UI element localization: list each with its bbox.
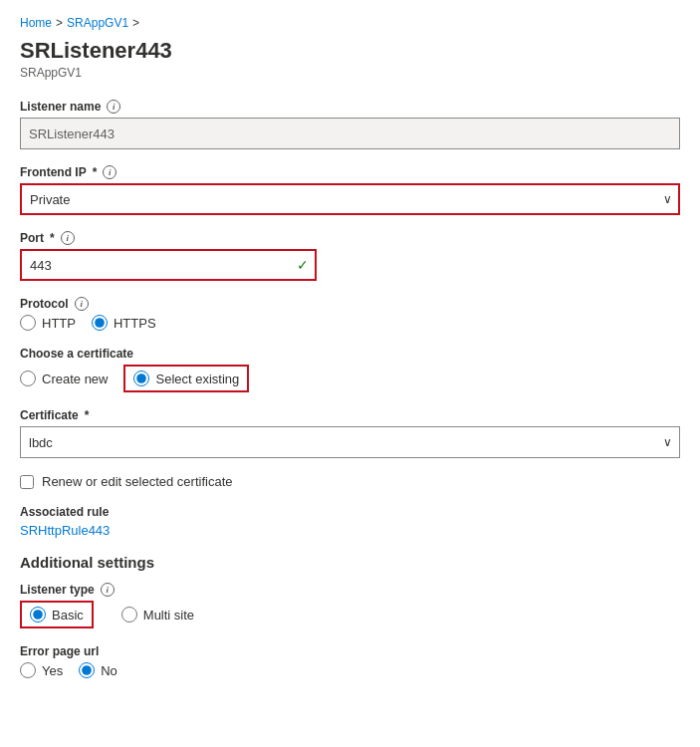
protocol-label: Protocol i — [20, 297, 680, 311]
error-page-no-label: No — [101, 663, 117, 678]
listener-name-info-icon[interactable]: i — [107, 100, 120, 114]
protocol-https-label: HTTPS — [114, 316, 156, 331]
listener-type-label: Listener type i — [20, 583, 680, 597]
listener-type-info-icon[interactable]: i — [101, 583, 115, 597]
error-page-yes-item[interactable]: Yes — [20, 662, 63, 678]
protocol-http-radio[interactable] — [20, 315, 36, 331]
listener-name-label: Listener name i — [20, 100, 680, 114]
error-page-yes-label: Yes — [42, 663, 63, 678]
additional-settings-title: Additional settings — [20, 554, 680, 571]
cert-select-existing-label: Select existing — [155, 372, 239, 386]
breadcrumb-app[interactable]: SRAppGV1 — [67, 16, 128, 30]
listener-name-input — [20, 118, 680, 149]
error-page-radio-group: Yes No — [20, 662, 680, 678]
cert-choice-options: Create new Select existing — [20, 365, 680, 392]
breadcrumb-home[interactable]: Home — [20, 16, 52, 30]
protocol-group: Protocol i HTTP HTTPS — [20, 297, 680, 331]
error-page-no-item[interactable]: No — [79, 662, 117, 678]
listener-type-radio-group: Basic Multi site — [20, 601, 680, 628]
renew-cert-label: Renew or edit selected certificate — [42, 474, 232, 489]
listener-type-group: Listener type i Basic Multi site — [20, 583, 680, 628]
cert-choice-label: Choose a certificate — [20, 347, 680, 361]
listener-type-basic-box: Basic — [20, 601, 94, 628]
port-row: ✓ — [20, 249, 680, 281]
frontend-ip-label: Frontend IP * i — [20, 165, 680, 179]
frontend-ip-info-icon[interactable]: i — [103, 165, 117, 179]
associated-rule-label: Associated rule — [20, 505, 680, 519]
breadcrumb: Home > SRAppGV1 > — [20, 16, 680, 30]
listener-type-basic-radio[interactable] — [30, 607, 46, 622]
cert-select-existing-radio[interactable] — [133, 371, 149, 386]
breadcrumb-sep2: > — [132, 16, 139, 30]
listener-type-basic-label: Basic — [52, 608, 84, 622]
port-check-icon: ✓ — [297, 257, 309, 273]
renew-cert-checkbox[interactable] — [20, 475, 34, 489]
protocol-http-label: HTTP — [42, 316, 76, 331]
error-page-group: Error page url Yes No — [20, 644, 680, 678]
frontend-ip-group: Frontend IP * i Private Public ∨ — [20, 165, 680, 215]
port-info-icon[interactable]: i — [61, 231, 75, 245]
error-page-no-radio[interactable] — [79, 662, 95, 678]
cert-choice-group: Choose a certificate Create new Select e… — [20, 347, 680, 392]
associated-rule-link[interactable]: SRHttpRule443 — [20, 523, 110, 538]
renew-cert-group: Renew or edit selected certificate — [20, 474, 680, 489]
certificate-select[interactable]: lbdc — [20, 426, 680, 458]
protocol-http-item[interactable]: HTTP — [20, 315, 76, 331]
renew-cert-wrapper: Renew or edit selected certificate — [20, 474, 680, 489]
error-page-label: Error page url — [20, 644, 680, 658]
error-page-yes-radio[interactable] — [20, 662, 36, 678]
protocol-https-radio[interactable] — [92, 315, 108, 331]
listener-type-multisite-label: Multi site — [143, 608, 194, 622]
certificate-group: Certificate * lbdc ∨ — [20, 408, 680, 458]
port-input-wrapper: ✓ — [20, 249, 317, 281]
listener-type-basic-item[interactable]: Basic — [30, 607, 84, 622]
page-title: SRListener443 — [20, 38, 680, 64]
port-label: Port * i — [20, 231, 680, 245]
cert-create-new-item[interactable]: Create new — [20, 371, 108, 386]
listener-type-multisite-radio[interactable] — [121, 607, 137, 622]
cert-create-new-label: Create new — [42, 372, 108, 386]
additional-settings-section: Additional settings Listener type i Basi… — [20, 554, 680, 678]
certificate-label: Certificate * — [20, 408, 680, 422]
port-input[interactable] — [20, 249, 317, 281]
frontend-ip-select[interactable]: Private Public — [20, 183, 680, 215]
page-subtitle: SRAppGV1 — [20, 66, 680, 80]
listener-name-group: Listener name i — [20, 100, 680, 149]
listener-type-multisite-item[interactable]: Multi site — [121, 607, 194, 622]
listener-type-multisite-wrapper: Multi site — [121, 607, 194, 622]
cert-select-existing-item[interactable]: Select existing — [123, 365, 249, 392]
associated-rule-group: Associated rule SRHttpRule443 — [20, 505, 680, 538]
cert-create-new-radio[interactable] — [20, 371, 36, 386]
port-group: Port * i ✓ — [20, 231, 680, 281]
protocol-radio-group: HTTP HTTPS — [20, 315, 680, 331]
breadcrumb-sep1: > — [56, 16, 63, 30]
protocol-info-icon[interactable]: i — [75, 297, 89, 311]
frontend-ip-wrapper: Private Public ∨ — [20, 183, 680, 215]
protocol-https-item[interactable]: HTTPS — [92, 315, 156, 331]
certificate-wrapper: lbdc ∨ — [20, 426, 680, 458]
